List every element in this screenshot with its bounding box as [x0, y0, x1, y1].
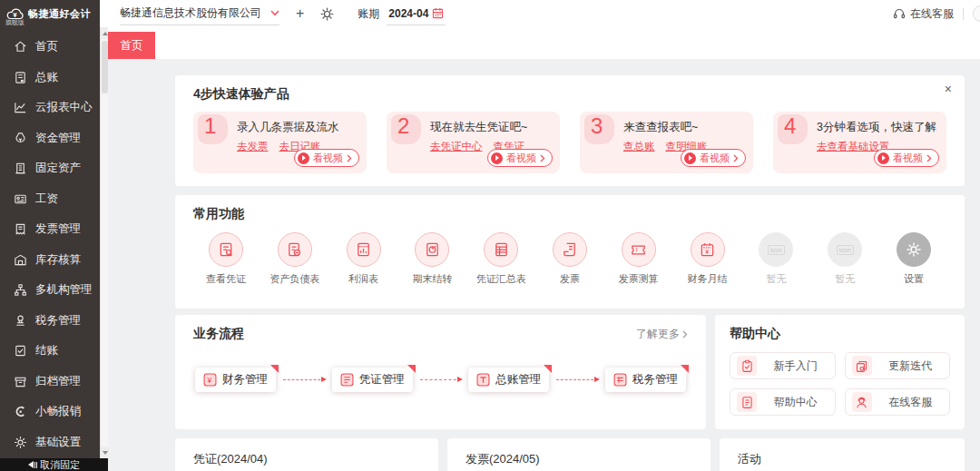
calendar-icon[interactable]: [432, 7, 444, 19]
sidebar-item-label: 税务管理: [35, 313, 81, 329]
help-updates-button[interactable]: 更新迭代: [845, 352, 951, 379]
step-title: 现在就去生凭证吧~: [430, 120, 551, 135]
corner-fold-icon: [270, 365, 279, 373]
link-go-invoice[interactable]: 去发票: [237, 140, 269, 153]
flow-node-label: 总账管理: [495, 372, 541, 388]
link-voucher-center[interactable]: 去凭证中心: [430, 140, 483, 153]
function-view-voucher[interactable]: 查看凭证: [193, 232, 259, 286]
help-online-service-button[interactable]: 在线客服: [845, 388, 951, 416]
sidebar-scrollbar[interactable]: [100, 27, 108, 458]
sidebar-item-inventory[interactable]: 库存核算: [0, 245, 100, 276]
support-agent-icon: [852, 392, 872, 412]
quickstart-step-1: 1 录入几条票据及流水 去发票 去日记账 看视频: [193, 112, 367, 173]
sidebar-item-label: 归档管理: [35, 374, 81, 389]
profit-statement-icon: [347, 232, 381, 267]
document-icon: [737, 392, 757, 412]
function-label: 财务月结: [688, 272, 728, 286]
balance-sheet-icon: [278, 232, 312, 267]
placeholder-icon: icon: [759, 232, 793, 267]
function-voucher-summary[interactable]: 凭证汇总表: [468, 232, 534, 286]
app-window: ¥ 畅捷通好会计 旗舰版 畅捷通信息技术股份有限公司 + 账期 2024-04: [0, 0, 980, 471]
sidebar-item-invoice-management[interactable]: 发票管理: [0, 214, 100, 245]
topbar-divider: [963, 8, 964, 20]
help-item-label: 更新迭代: [872, 358, 950, 374]
accounting-period: 账期 2024-04: [358, 2, 446, 25]
sidebar-item-salary[interactable]: 工资: [0, 184, 100, 215]
voucher-panel: 凭证(2024/04): [175, 438, 438, 471]
quickstart-cards: 1 录入几条票据及流水 去发票 去日记账 看视频 2 现在就去生凭证: [193, 112, 946, 173]
sidebar-item-home[interactable]: 首页: [0, 32, 100, 63]
sidebar-item-fixed-assets[interactable]: 固定资产: [0, 153, 100, 184]
unpin-sidebar-button[interactable]: 取消固定: [0, 458, 108, 471]
function-invoice[interactable]: 发票: [537, 232, 603, 286]
topbar-right: 在线客服: [893, 0, 980, 27]
close-icon[interactable]: ×: [945, 83, 952, 95]
sidebar-item-settings[interactable]: 基础设置: [0, 427, 100, 458]
sidebar-item-label: 工资: [35, 191, 58, 207]
sidebar-item-label: 库存核算: [35, 252, 81, 268]
headset-icon: [893, 7, 906, 20]
watch-video-label: 看视频: [313, 152, 343, 165]
sidebar-item-funds[interactable]: 资金管理: [0, 123, 100, 154]
help-grid: 新手入门 更新迭代 帮助中心: [730, 352, 950, 416]
bottom-row: 凭证(2024/04) 发票(2024/05) 活动: [175, 438, 965, 471]
tab-home[interactable]: 首页: [108, 32, 155, 59]
invoice-calc-icon: [622, 232, 656, 267]
chevron-right-icon: [926, 154, 932, 162]
sidebar-item-label: 云报表中心: [35, 100, 93, 115]
business-flow-panel: 业务流程 了解更多 ¥ 财务管理 凭证管理: [175, 315, 706, 429]
sidebar-item-cloud-reports[interactable]: 云报表中心: [0, 93, 100, 123]
watch-video-button[interactable]: 看视频: [874, 149, 939, 167]
topbar-extra-icon[interactable]: [973, 5, 980, 22]
sidebar-item-multi-org[interactable]: 多机构管理: [0, 275, 100, 306]
sidebar-item-reimbursement[interactable]: 小畅报销: [0, 397, 100, 427]
watch-video-button[interactable]: 看视频: [681, 149, 746, 167]
learn-more-link[interactable]: 了解更多: [636, 327, 688, 342]
help-item-label: 帮助中心: [757, 395, 835, 410]
common-functions-title: 常用功能: [193, 206, 946, 222]
voucher-summary-icon: [484, 232, 518, 267]
placeholder-icon: icon: [828, 232, 862, 267]
sidebar-item-general-ledger[interactable]: 总账: [0, 63, 100, 93]
flow-node-voucher[interactable]: 凭证管理: [332, 368, 413, 392]
gear-icon[interactable]: [320, 7, 334, 21]
sidebar-item-label: 固定资产: [35, 161, 81, 176]
help-center-button[interactable]: 帮助中心: [730, 388, 836, 416]
scrollbar-thumb[interactable]: [102, 41, 108, 93]
function-invoice-calc[interactable]: 发票测算: [606, 232, 671, 286]
svg-text:¥: ¥: [207, 376, 212, 385]
flow-node-label: 税务管理: [632, 372, 678, 388]
period-picker[interactable]: 2024-04: [387, 2, 446, 25]
add-account-button[interactable]: +: [296, 6, 304, 21]
watch-video-button[interactable]: 看视频: [487, 149, 553, 167]
flow-node-finance[interactable]: ¥ 财务管理: [195, 368, 276, 392]
function-period-carryover[interactable]: 期末结转: [399, 232, 465, 286]
online-service-button[interactable]: 在线客服: [893, 6, 954, 22]
sidebar-item-tax[interactable]: 税务管理: [0, 306, 100, 337]
sidebar-item-label: 总账: [35, 70, 58, 85]
sidebar-item-closing[interactable]: 结账: [0, 336, 100, 367]
flow-node-ledger[interactable]: 总账管理: [468, 368, 549, 392]
sidebar-item-label: 小畅报销: [35, 404, 81, 419]
invoice-panel-title: 发票(2024/05): [466, 451, 692, 467]
function-label: 查看凭证: [206, 272, 246, 286]
sidebar-item-label: 资金管理: [35, 131, 81, 146]
function-month-close[interactable]: ¥ 财务月结: [675, 232, 740, 286]
company-selector[interactable]: 畅捷通信息技术股份有限公司: [120, 2, 279, 25]
activity-panel: 活动: [720, 438, 965, 471]
app-title: 畅捷通好会计: [28, 7, 91, 21]
corner-fold-icon: [681, 365, 689, 373]
main-content: 4步快速体验产品 × 1 录入几条票据及流水 去发票 去日记账 看视频: [108, 59, 980, 471]
watch-video-button[interactable]: 看视频: [294, 149, 359, 167]
flow-node-tax[interactable]: 税务管理: [605, 368, 686, 392]
function-profit-statement[interactable]: 利润表: [331, 232, 397, 286]
function-settings[interactable]: 设置: [881, 232, 946, 286]
sidebar-item-archive[interactable]: 归档管理: [0, 367, 100, 397]
quickstart-title: 4步快速体验产品: [193, 86, 946, 103]
flow-node-label: 凭证管理: [359, 372, 405, 388]
function-balance-sheet[interactable]: 资产负债表: [262, 232, 328, 286]
dashed-arrow-icon: [420, 379, 462, 380]
help-getting-started-button[interactable]: 新手入门: [730, 352, 836, 379]
link-general-ledger[interactable]: 查总账: [623, 140, 655, 153]
svg-text:¥: ¥: [705, 248, 709, 255]
